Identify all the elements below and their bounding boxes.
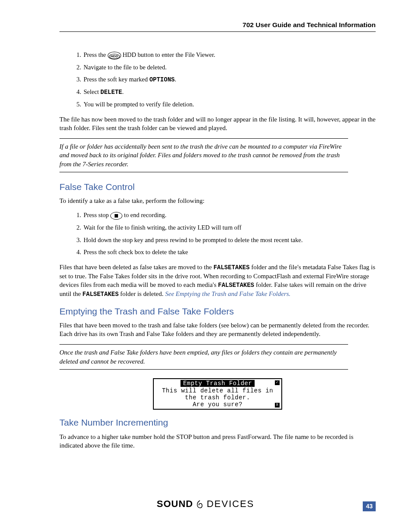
text: to end recording.	[122, 212, 166, 218]
logo-devices: DEVICES	[207, 498, 255, 509]
text: Files that have been deleted as false ta…	[59, 264, 213, 271]
callout-box: Once the trash and False Take folders ha…	[59, 344, 348, 370]
list-item: Hold down the stop key and press rewind …	[83, 236, 376, 245]
lcd-title: Empty Trash Folder	[181, 380, 255, 387]
header-title: 702 User Guide and Technical Information	[243, 21, 376, 28]
softkey-x-icon: X	[275, 403, 280, 408]
cross-reference-link[interactable]: See Emptying the Trash and False Take Fo…	[165, 290, 290, 297]
callout-text: Once the trash and False Take folders ha…	[59, 348, 348, 366]
mono-text: DELETE	[100, 89, 122, 96]
list-item: Press the HDD HDD button to enter the Fi…	[83, 51, 376, 59]
list-item: Wait for the file to finish writing, the…	[83, 224, 376, 232]
text: Press stop	[84, 212, 110, 218]
text: .	[122, 88, 124, 95]
callout-text: If a file or folder has accidentally bee…	[59, 142, 348, 168]
logo-sound: SOUND	[157, 498, 193, 509]
mono-text: FALSETAKES	[218, 282, 254, 289]
lcd-line: This will delete all files in	[156, 387, 280, 394]
text: .	[174, 76, 176, 83]
list-item: Press the soft key marked OPTIONS.	[83, 75, 376, 84]
text: Press the soft key marked	[84, 76, 149, 83]
stop-button-icon	[110, 212, 122, 220]
heading-false-take: False Take Control	[59, 181, 376, 193]
paragraph: Files that have been moved to the trash …	[59, 321, 376, 339]
hdd-button-icon: HDD	[108, 52, 121, 59]
heading-emptying: Emptying the Trash and False Take Folder…	[59, 305, 376, 317]
text: folder is deleted.	[118, 290, 165, 297]
lcd-line: Are you sure?	[156, 401, 280, 408]
list-item: Navigate to the file to be deleted.	[83, 63, 376, 72]
lcd-line: the trash folder.	[156, 394, 280, 401]
page-number: 43	[363, 501, 376, 511]
logo-swirl-icon	[196, 500, 204, 511]
page-footer: SOUND DEVICES 43	[0, 498, 411, 511]
page-header: 702 User Guide and Technical Information	[59, 21, 376, 32]
mono-text: OPTIONS	[149, 76, 175, 83]
false-take-steps-list: Press stop to end recording. Wait for th…	[59, 211, 376, 256]
paragraph: To advance to a higher take number hold …	[59, 432, 376, 450]
paragraph: The file has now been moved to the trash…	[59, 115, 376, 133]
list-item: You will be prompted to verify file dele…	[83, 100, 376, 109]
mono-text: FALSETAKES	[213, 264, 249, 271]
heading-take-number: Take Number Incrementing	[59, 417, 376, 429]
paragraph: To identify a take as a false take, perf…	[59, 196, 376, 205]
delete-steps-list: Press the HDD HDD button to enter the Fi…	[59, 51, 376, 109]
text: Press the	[84, 51, 108, 58]
list-item: Select DELETE.	[83, 88, 376, 96]
hdd-label: HDD	[109, 54, 120, 59]
lcd-screenshot: ✓ X Empty Trash Folder This will delete …	[153, 378, 282, 410]
mono-text: FALSETAKES	[82, 291, 118, 298]
paragraph: Files that have been deleted as false ta…	[59, 263, 376, 299]
text: Select	[84, 88, 100, 95]
list-item: Press the soft check box to delete the t…	[83, 248, 376, 257]
list-item: Press stop to end recording.	[83, 211, 376, 220]
text: HDD button to enter the File Viewer.	[121, 51, 215, 58]
softkey-check-icon: ✓	[275, 380, 280, 385]
callout-box: If a file or folder has accidentally bee…	[59, 138, 348, 172]
